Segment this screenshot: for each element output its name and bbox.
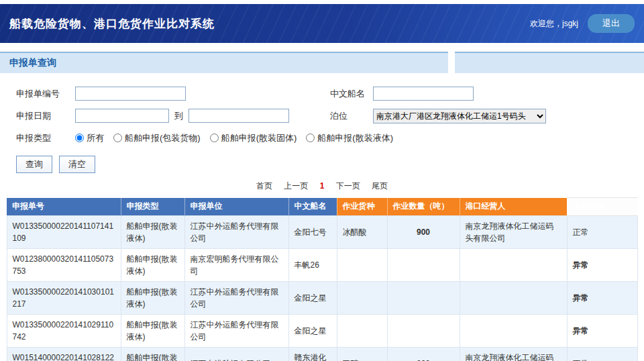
cell-port-operator: 南京龙翔液体化工储运码头有限公司 — [460, 216, 567, 249]
cell-compare-result: 异常 — [567, 282, 637, 315]
cell-declaration-no: W012380000320141105073753 — [7, 249, 121, 282]
type-radio-bulk-solid[interactable]: 船舶申报(散装固体) — [210, 132, 297, 144]
cell-ship-name: 赣东港化166 — [288, 348, 337, 361]
cell-cargo-type — [337, 249, 387, 282]
logout-button[interactable]: 退出 — [588, 14, 635, 33]
table-row[interactable]: W013350000220141029110742 船舶申报(散装液体) 江苏中… — [7, 315, 637, 348]
table-header-row: 申报单号 申报类型 申报单位 中文船名 作业货种 作业数量（吨） 港口经营人 比… — [7, 198, 637, 216]
clear-button[interactable]: 清空 — [59, 156, 95, 173]
berth-group: 泊位 南京港大厂港区龙翔液体化工储运1号码头 — [330, 109, 546, 123]
berth-label: 泊位 — [330, 110, 373, 122]
form-row-1: 申报单编号 中文船名 — [16, 83, 644, 105]
cell-ship-name: 金阳之星 — [288, 315, 337, 348]
date-range-group: 申报日期 到 — [16, 109, 330, 123]
date-to-label: 到 — [174, 110, 183, 122]
cell-cargo-type: 冰醋酸 — [337, 216, 387, 249]
query-button[interactable]: 查询 — [16, 156, 52, 173]
app-title: 船载危险货物、港口危货作业比对系统 — [9, 16, 215, 32]
col-cargo-qty: 作业数量（吨） — [387, 198, 460, 216]
results-table: 申报单号 申报类型 申报单位 中文船名 作业货种 作业数量（吨） 港口经营人 比… — [7, 197, 638, 361]
type-radio-all-label: 所有 — [87, 132, 104, 144]
cell-declaration-unit: 江苏中外运船务代理有限公司 — [184, 282, 288, 315]
col-declaration-type: 申报类型 — [121, 198, 184, 216]
ship-name-label: 中文船名 — [330, 88, 373, 100]
cell-declaration-type: 船舶申报(散装液体) — [121, 315, 184, 348]
ship-name-group: 中文船名 — [330, 87, 474, 101]
table-row[interactable]: W013350000220141107141109 船舶申报(散装液体) 江苏中… — [7, 216, 637, 249]
date-to-input[interactable] — [189, 109, 289, 123]
cell-ship-name: 金阳之星 — [288, 282, 337, 315]
cell-declaration-no: W015140000220141028122151 — [7, 348, 121, 361]
cell-cargo-qty — [387, 282, 460, 315]
declaration-no-label: 申报单编号 — [16, 88, 75, 100]
cell-compare-result: 正常 — [567, 216, 637, 249]
page-first-link[interactable]: 首页 — [256, 181, 272, 191]
type-radio-bulk-liquid-label: 船舶申报(散装液体) — [317, 132, 393, 144]
col-port-operator: 港口经营人 — [460, 198, 567, 216]
page-next-link[interactable]: 下一页 — [336, 181, 360, 191]
cell-cargo-type — [337, 282, 387, 315]
table-row[interactable]: W013350000220141030101217 船舶申报(散装液体) 江苏中… — [7, 282, 637, 315]
cell-cargo-qty — [387, 315, 460, 348]
cell-cargo-type — [337, 315, 387, 348]
cell-ship-name: 丰帆26 — [288, 249, 337, 282]
cell-compare-result: 异常 — [567, 249, 637, 282]
type-label: 申报类型 — [16, 132, 75, 144]
app-header: 船载危险货物、港口危货作业比对系统 欢迎您，jsgkj 退出 — [0, 4, 644, 43]
cell-cargo-qty — [387, 249, 460, 282]
cell-port-operator: 南京龙翔液体化工储运码头有限公司 — [460, 348, 567, 361]
form-row-3: 申报类型 所有 船舶申报(包装货物) 船舶申报(散装固体) 船舶申报(散装液体) — [16, 127, 644, 149]
form-actions: 查询 清空 — [16, 156, 644, 173]
type-radio-bulk-solid-input[interactable] — [210, 134, 219, 142]
type-radio-bulk-liquid[interactable]: 船舶申报(散装液体) — [306, 132, 393, 144]
page-current: 1 — [320, 181, 325, 191]
type-radio-all[interactable]: 所有 — [75, 132, 104, 144]
section-bar-right — [455, 52, 644, 73]
type-radio-packaged-label: 船舶申报(包装货物) — [125, 132, 201, 144]
cell-ship-name: 金阳七号 — [288, 216, 337, 249]
cell-declaration-unit: 江西东港航运有限公司 — [184, 348, 288, 361]
page-prev-link[interactable]: 上一页 — [284, 181, 308, 191]
type-radio-all-input[interactable] — [75, 134, 84, 142]
cell-declaration-type: 船舶申报(散装液体) — [121, 348, 184, 361]
type-radio-bulk-liquid-input[interactable] — [306, 134, 315, 142]
col-cargo-type: 作业货种 — [337, 198, 387, 216]
type-radio-bulk-solid-label: 船舶申报(散装固体) — [221, 132, 297, 144]
cell-declaration-no: W013350000220141030101217 — [7, 282, 121, 315]
col-declaration-unit: 申报单位 — [184, 198, 288, 216]
cell-declaration-no: W013350000220141107141109 — [7, 216, 121, 249]
cell-declaration-type: 船舶申报(散装液体) — [121, 282, 184, 315]
col-compare-result: 比对结果 — [567, 198, 637, 216]
cell-port-operator — [460, 315, 567, 348]
cell-declaration-type: 船舶申报(散装液体) — [121, 249, 184, 282]
page-last-link[interactable]: 尾页 — [372, 181, 388, 191]
col-declaration-no: 申报单号 — [7, 198, 121, 216]
cell-cargo-type: 甲醇 — [337, 348, 387, 361]
pagination: 首页 上一页 1 下一页 尾页 — [0, 180, 644, 192]
form-row-2: 申报日期 到 泊位 南京港大厂港区龙翔液体化工储运1号码头 — [16, 105, 644, 127]
table-row[interactable]: W015140000220141028122151 船舶申报(散装液体) 江西东… — [7, 348, 637, 361]
cell-declaration-unit: 江苏中外运船务代理有限公司 — [184, 216, 288, 249]
cell-port-operator — [460, 249, 567, 282]
page: 船载危险货物、港口危货作业比对系统 欢迎您，jsgkj 退出 申报单查询 申报单… — [0, 0, 644, 361]
query-form: 申报单编号 中文船名 申报日期 到 泊位 南京港大厂港区龙翔液体化工储运1号码头 — [0, 73, 644, 149]
type-radio-packaged[interactable]: 船舶申报(包装货物) — [113, 132, 201, 144]
cell-compare-result: 正常 — [567, 348, 637, 361]
date-from-input[interactable] — [75, 109, 169, 123]
declaration-no-group: 申报单编号 — [16, 87, 330, 101]
header-right: 欢迎您，jsgkj 退出 — [530, 14, 635, 33]
cell-cargo-qty: 900 — [387, 216, 460, 249]
ship-name-input[interactable] — [373, 87, 474, 101]
table-row[interactable]: W012380000320141105073753 船舶申报(散装液体) 南京宏… — [7, 249, 637, 282]
cell-compare-result: 异常 — [567, 315, 637, 348]
cell-cargo-qty: 600 — [387, 348, 460, 361]
cell-declaration-type: 船舶申报(散装液体) — [121, 216, 184, 249]
cell-declaration-unit: 南京宏明船务代理有限公司 — [184, 249, 288, 282]
welcome-text: 欢迎您，jsgkj — [530, 18, 578, 30]
cell-declaration-unit: 江苏中外运船务代理有限公司 — [184, 315, 288, 348]
berth-select[interactable]: 南京港大厂港区龙翔液体化工储运1号码头 — [373, 109, 546, 123]
type-radio-packaged-input[interactable] — [113, 134, 122, 142]
col-ship-name: 中文船名 — [288, 198, 337, 216]
page-title: 申报单查询 — [9, 57, 56, 69]
declaration-no-input[interactable] — [75, 87, 186, 101]
